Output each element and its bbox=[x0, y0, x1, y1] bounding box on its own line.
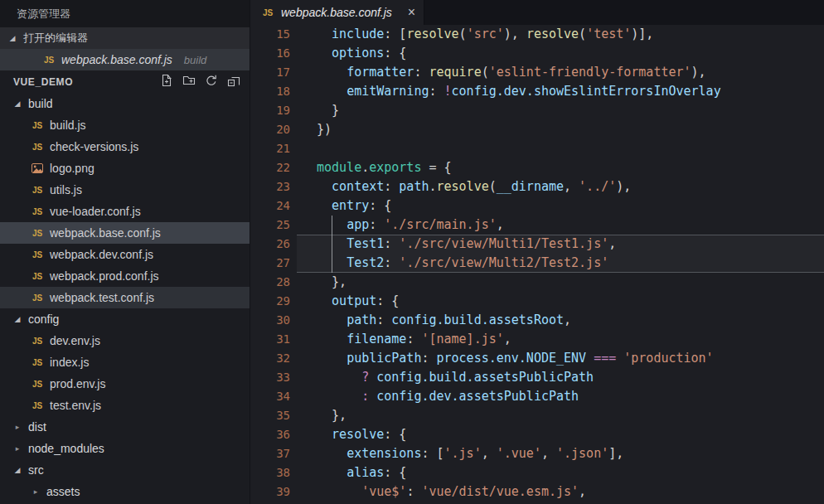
new-file-button[interactable] bbox=[159, 75, 174, 90]
open-editor-item[interactable]: JS webpack.base.conf.js build bbox=[0, 49, 250, 70]
line-content: }, bbox=[297, 406, 824, 425]
code-line[interactable]: 34 : config.dev.assetsPublicPath bbox=[250, 387, 824, 406]
code-line[interactable]: 36 resolve: { bbox=[250, 425, 824, 444]
file-name: test.env.js bbox=[50, 399, 101, 412]
tree-folder-dist[interactable]: ▸dist bbox=[0, 416, 250, 438]
tree-folder-build[interactable]: ◢build bbox=[0, 93, 250, 114]
tree-folder-assets[interactable]: ▸assets bbox=[0, 481, 250, 502]
line-content: path: config.build.assetsRoot, bbox=[297, 311, 824, 330]
line-number: 28 bbox=[250, 273, 297, 292]
code-line[interactable]: 35 }, bbox=[250, 406, 824, 425]
tree-file-index.js[interactable]: JSindex.js bbox=[0, 351, 250, 373]
tree-file-prod.env.js[interactable]: JSprod.env.js bbox=[0, 373, 250, 395]
file-name: utils.js bbox=[50, 183, 82, 196]
project-header[interactable]: VUE_DEMO bbox=[0, 70, 250, 93]
code-line[interactable]: 21 bbox=[250, 139, 824, 158]
tab-title: webpack.base.conf.js bbox=[281, 6, 392, 19]
code-line[interactable]: 33 ? config.build.assetsPublicPath bbox=[250, 368, 824, 387]
tree-folder-src[interactable]: ◢src bbox=[0, 459, 250, 481]
js-file-icon: JS bbox=[30, 143, 45, 152]
refresh-button[interactable] bbox=[204, 75, 219, 90]
tree-file-webpack.test.conf.js[interactable]: JSwebpack.test.conf.js bbox=[0, 287, 250, 308]
tree-file-webpack.base.conf.js[interactable]: JSwebpack.base.conf.js bbox=[0, 222, 250, 244]
code-line[interactable]: 28 }, bbox=[250, 273, 824, 292]
close-icon[interactable]: × bbox=[408, 6, 415, 19]
code-line[interactable]: 20}) bbox=[250, 120, 824, 139]
tree-file-test.env.js[interactable]: JStest.env.js bbox=[0, 395, 250, 416]
js-file-icon: JS bbox=[30, 380, 45, 389]
line-content: formatter: require('eslint-friendly-form… bbox=[297, 63, 824, 82]
line-number: 15 bbox=[250, 25, 297, 44]
line-number: 33 bbox=[250, 368, 297, 387]
file-tree: ◢buildJSbuild.jsJScheck-versions.jslogo.… bbox=[0, 93, 250, 504]
tree-folder-node_modules[interactable]: ▸node_modules bbox=[0, 438, 250, 459]
tree-file-logo.png[interactable]: logo.png bbox=[0, 158, 250, 179]
line-number: 19 bbox=[250, 101, 297, 120]
code-line[interactable]: 24 entry: { bbox=[250, 196, 824, 216]
line-number: 32 bbox=[250, 349, 297, 368]
file-name: check-versions.js bbox=[50, 140, 138, 153]
chevron-expanded-icon: ◢ bbox=[12, 466, 23, 474]
line-content: output: { bbox=[297, 292, 824, 311]
tree-file-dev.env.js[interactable]: JSdev.env.js bbox=[0, 330, 250, 351]
js-file-icon: JS bbox=[30, 207, 45, 216]
code-line[interactable]: 32 publicPath: process.env.NODE_ENV === … bbox=[250, 349, 824, 368]
code-line[interactable]: 26 Test1: './src/view/Multi1/Test1.js', bbox=[250, 235, 824, 254]
tree-file-webpack.dev.conf.js[interactable]: JSwebpack.dev.conf.js bbox=[0, 244, 250, 265]
chevron-expanded-icon: ◢ bbox=[12, 99, 23, 108]
line-content: emitWarning: !config.dev.showEslintError… bbox=[297, 82, 824, 101]
code-line[interactable]: 31 filename: '[name].js', bbox=[250, 330, 824, 349]
collapse-all-button[interactable] bbox=[226, 75, 241, 90]
line-number: 16 bbox=[250, 44, 297, 63]
tree-file-webpack.prod.conf.js[interactable]: JSwebpack.prod.conf.js bbox=[0, 265, 250, 287]
tree-folder-config[interactable]: ◢config bbox=[0, 308, 250, 330]
line-content bbox=[297, 139, 824, 158]
tree-file-check-versions.js[interactable]: JScheck-versions.js bbox=[0, 136, 250, 158]
line-content: Test2: './src/view/Multi2/Test2.js' bbox=[297, 254, 824, 273]
code-line[interactable]: 39 'vue$': 'vue/dist/vue.esm.js', bbox=[250, 482, 824, 502]
open-editor-filename: webpack.base.conf.js bbox=[61, 53, 172, 66]
tree-file-vue-loader.conf.js[interactable]: JSvue-loader.conf.js bbox=[0, 201, 250, 222]
code-area[interactable]: 15 include: [resolve('src'), resolve('te… bbox=[250, 25, 824, 504]
code-line[interactable]: 27 Test2: './src/view/Multi2/Test2.js' bbox=[250, 254, 824, 273]
line-number: 22 bbox=[250, 158, 297, 177]
folder-name: config bbox=[28, 313, 59, 326]
code-line[interactable]: 23 context: path.resolve(__dirname, '../… bbox=[250, 177, 824, 196]
file-name: webpack.prod.conf.js bbox=[50, 269, 159, 283]
new-folder-button[interactable] bbox=[182, 75, 196, 90]
line-content: resolve: { bbox=[297, 425, 824, 444]
code-line[interactable]: 18 emitWarning: !config.dev.showEslintEr… bbox=[250, 82, 824, 101]
chevron-collapsed-icon: ▸ bbox=[12, 423, 23, 431]
line-content: extensions: ['.js', '.vue', '.json'], bbox=[297, 444, 824, 463]
code-line[interactable]: 38 alias: { bbox=[250, 463, 824, 482]
code-line[interactable]: 37 extensions: ['.js', '.vue', '.json'], bbox=[250, 444, 824, 463]
line-number: 39 bbox=[250, 482, 297, 502]
file-name: vue-loader.conf.js bbox=[50, 205, 141, 218]
code-line[interactable]: 25 app: './src/main.js', bbox=[250, 216, 824, 235]
tree-file-build.js[interactable]: JSbuild.js bbox=[0, 114, 250, 136]
tab-webpack-base-conf[interactable]: JS webpack.base.conf.js × bbox=[250, 0, 424, 25]
code-line[interactable]: 15 include: [resolve('src'), resolve('te… bbox=[250, 25, 824, 44]
file-name: build.js bbox=[50, 119, 86, 132]
line-content: }) bbox=[297, 120, 824, 139]
file-name: dev.env.js bbox=[50, 334, 100, 347]
explorer-title: 资源管理器 bbox=[0, 0, 250, 27]
code-line[interactable]: 22module.exports = { bbox=[250, 158, 824, 177]
line-content: context: path.resolve(__dirname, '../'), bbox=[297, 177, 824, 196]
code-line[interactable]: 16 options: { bbox=[250, 44, 824, 63]
line-content: }, bbox=[297, 273, 824, 292]
open-editors-header[interactable]: ◢ 打开的编辑器 bbox=[0, 27, 250, 49]
code-line[interactable]: 29 output: { bbox=[250, 292, 824, 311]
line-content: options: { bbox=[297, 44, 824, 63]
line-number: 27 bbox=[250, 254, 297, 273]
code-line[interactable]: 17 formatter: require('eslint-friendly-f… bbox=[250, 63, 824, 82]
js-file-icon: JS bbox=[260, 8, 275, 17]
code-lines: 15 include: [resolve('src'), resolve('te… bbox=[250, 25, 824, 504]
code-line[interactable]: 30 path: config.build.assetsRoot, bbox=[250, 311, 824, 330]
file-name: index.js bbox=[50, 356, 89, 369]
code-line[interactable]: 19 } bbox=[250, 101, 824, 120]
tree-file-utils.js[interactable]: JSutils.js bbox=[0, 179, 250, 201]
file-name: webpack.dev.conf.js bbox=[50, 248, 153, 261]
image-file-icon bbox=[30, 163, 45, 173]
open-editors-label: 打开的编辑器 bbox=[23, 31, 88, 46]
